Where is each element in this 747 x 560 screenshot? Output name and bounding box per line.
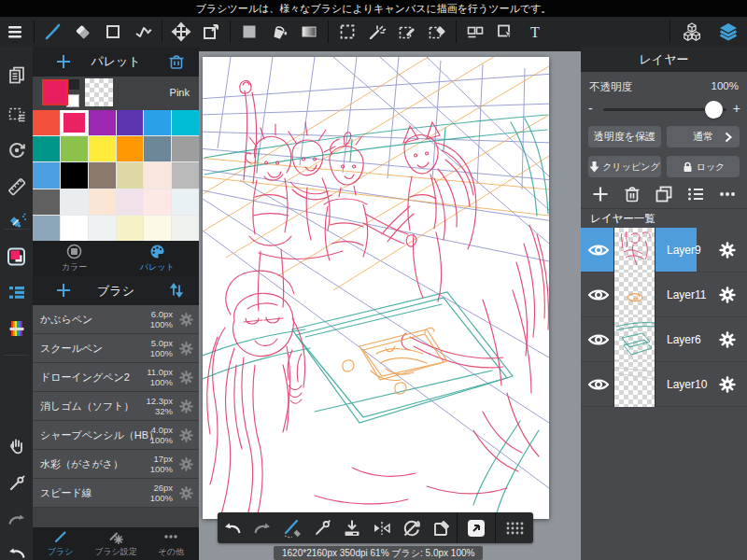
undo-canvas-button[interactable] [218,512,247,543]
color-panel-button[interactable] [0,243,33,271]
brush-item[interactable]: 消しゴム（ソフト）12.3px32% [33,392,199,421]
material-button[interactable] [458,512,495,543]
material-panel-button[interactable] [0,315,33,343]
redo-canvas-button[interactable] [247,512,277,543]
layer-row[interactable]: Layer9 [581,228,747,273]
tab-color[interactable]: カラー [33,241,116,276]
palette-swatch[interactable] [144,189,171,215]
pen-tool-button[interactable] [307,512,337,543]
move-tool-button[interactable] [166,17,196,47]
redo-button[interactable] [0,506,33,534]
brush-item[interactable]: 水彩（がさがさ）17px100% [33,450,199,479]
flip-horizontal-button[interactable] [367,512,397,543]
pages-button[interactable] [0,61,33,89]
opacity-plus[interactable]: + [733,101,740,116]
fill-shape-tool-button[interactable] [234,17,264,47]
tab-other[interactable]: その他 [144,527,199,560]
tab-palette[interactable]: パレット [116,241,199,276]
transparent-swatch[interactable] [85,78,113,106]
text-tool-button[interactable]: T [520,17,550,47]
visibility-icon[interactable] [585,376,612,393]
brush-settings-icon[interactable] [178,341,194,357]
save-button[interactable] [337,512,367,543]
palette-swatch[interactable] [33,189,60,215]
split-view-button[interactable] [460,17,490,47]
brush-eraser-toggle-button[interactable] [277,512,307,543]
delete-layer-icon[interactable] [623,185,641,203]
hand-tool-button[interactable] [0,432,33,460]
palette-swatch[interactable] [172,189,199,215]
sort-brushes-icon[interactable] [168,282,185,299]
brush-item[interactable]: ドローイングペン211.0px100% [33,363,199,392]
select-move-button[interactable] [490,17,520,47]
brush-settings-icon[interactable] [178,399,194,414]
add-brush-icon[interactable] [53,280,74,301]
airbrush-button[interactable] [0,208,33,236]
add-palette-icon[interactable] [53,51,74,72]
menu-button[interactable] [0,17,30,47]
palette-swatch[interactable] [117,189,144,215]
brush-settings-icon[interactable] [178,456,194,472]
layers-panel-button[interactable] [710,17,747,47]
rotate-lock-button[interactable] [397,512,427,543]
palette-swatch[interactable] [61,216,88,241]
palette-swatch[interactable] [117,136,144,161]
lock-button[interactable]: ロック [667,156,740,177]
palette-swatch[interactable] [33,162,60,188]
layer-menu-icon[interactable] [686,185,705,203]
palette-swatch[interactable] [172,162,199,188]
layer-thumbnail[interactable] [613,317,655,362]
layer-thumbnail[interactable] [613,273,655,317]
palette-swatch[interactable] [33,110,60,135]
palette-swatch[interactable] [172,136,199,161]
visibility-icon[interactable] [585,331,612,348]
layer-thumbnail[interactable] [613,362,655,407]
tab-brush[interactable]: ブラシ [33,527,88,560]
layer-row[interactable]: Layer11 [581,273,747,317]
layer-row[interactable]: Layer10 [581,362,747,407]
layer-settings-icon[interactable] [718,286,737,304]
tab-brush-settings[interactable]: ブラシ設定 [88,527,143,560]
brush-item[interactable]: かぶらペン6.0px100% [33,305,199,334]
bucket-tool-button[interactable] [264,17,294,47]
opacity-minus[interactable]: - [588,101,593,116]
clipping-button[interactable]: クリッピング [588,156,661,177]
palette-swatch[interactable] [33,136,60,161]
opacity-slider[interactable]: - + [581,98,747,122]
select-expand-button[interactable] [0,101,33,129]
material-3d-button[interactable] [674,17,710,47]
shape-tool-button[interactable] [98,17,128,47]
palette-swatch[interactable] [144,162,171,188]
canvas[interactable] [203,57,549,519]
undo-button[interactable] [0,539,33,560]
palette-swatch[interactable] [117,110,144,135]
reset-view-button[interactable] [0,136,33,164]
add-layer-icon[interactable] [591,185,610,203]
polyline-tool-button[interactable] [128,17,158,47]
brush-settings-icon[interactable] [178,370,194,385]
layer-settings-icon[interactable] [718,241,737,259]
layer-row[interactable]: Layer6 [581,317,747,362]
palette-swatch[interactable] [117,162,144,188]
magic-wand-button[interactable] [362,17,392,47]
layer-list-panel-button[interactable] [0,278,33,306]
palette-swatch[interactable] [61,162,88,188]
palette-swatch[interactable] [89,162,116,188]
visibility-icon[interactable] [585,287,612,303]
palette-swatch[interactable] [144,216,171,241]
palette-swatch[interactable] [117,216,144,241]
palette-swatch[interactable] [172,110,199,135]
layer-thumbnail[interactable] [613,228,655,273]
protect-alpha-button[interactable]: 透明度を保護 [588,126,661,147]
palette-swatch[interactable] [61,136,88,161]
palette-swatch[interactable] [89,189,116,215]
visibility-icon[interactable] [585,242,612,259]
delete-palette-icon[interactable] [167,52,186,71]
brush-settings-icon[interactable] [178,427,194,443]
duplicate-layer-icon[interactable] [655,185,673,203]
snap-ruler-button[interactable] [0,173,33,201]
blend-mode-button[interactable]: 通常 [667,126,740,147]
eyedropper-button[interactable] [0,469,33,497]
palette-swatch[interactable] [144,136,171,161]
eraser-tool-button[interactable] [68,17,98,47]
